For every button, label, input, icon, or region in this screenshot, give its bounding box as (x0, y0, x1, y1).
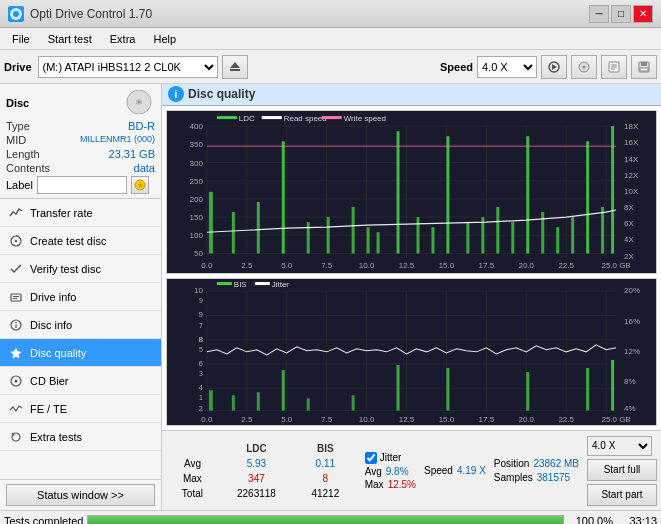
speed-dropdown[interactable]: 4.0 X 1.0 X 2.0 X 8.0 X (587, 436, 652, 456)
svg-text:8: 8 (198, 334, 203, 343)
jitter-max-label: Max (365, 479, 384, 490)
sidebar-item-disc-info[interactable]: Disc info (0, 311, 161, 339)
svg-text:8%: 8% (624, 377, 636, 386)
sidebar-item-drive-info[interactable]: Drive info (0, 283, 161, 311)
svg-text:350: 350 (190, 140, 204, 149)
status-time: 33:13 (617, 515, 657, 525)
extra-tests-icon (8, 429, 24, 445)
sidebar-item-extra-tests[interactable]: Extra tests (0, 423, 161, 451)
sidebar-item-create-test-disc[interactable]: Create test disc (0, 227, 161, 255)
svg-text:4: 4 (198, 383, 203, 392)
svg-rect-138 (526, 372, 529, 410)
samples-label: Samples (494, 472, 533, 483)
bis-chart-svg: 10 9 8 8 6 4 2 9 7 5 3 1 20% (167, 279, 656, 426)
svg-point-1 (13, 11, 19, 17)
stats-avg-row: Avg 5.93 0.11 (168, 457, 355, 470)
menu-start-test[interactable]: Start test (40, 31, 100, 47)
sidebar-item-transfer-rate[interactable]: Transfer rate (0, 199, 161, 227)
left-nav: Transfer rate Create test disc Verify te… (0, 199, 161, 479)
right-panel: i Disc quality (162, 84, 661, 510)
speed-select[interactable]: 4.0 X 1.0 X 2.0 X 8.0 X (477, 56, 537, 78)
svg-rect-59 (327, 217, 330, 253)
progress-bar (87, 515, 564, 525)
svg-text:20.0: 20.0 (519, 260, 535, 269)
menu-extra[interactable]: Extra (102, 31, 144, 47)
svg-text:12X: 12X (624, 171, 639, 180)
disc-header: Disc (6, 90, 155, 116)
position-value: 23862 MB (533, 458, 579, 469)
svg-text:150: 150 (190, 213, 204, 222)
drive-label: Drive (4, 61, 32, 73)
svg-rect-14 (640, 68, 648, 71)
drive-select[interactable]: (M:) ATAPI iHBS112 2 CL0K (38, 56, 218, 78)
svg-text:17.5: 17.5 (479, 414, 495, 423)
svg-text:10.0: 10.0 (359, 414, 375, 423)
svg-text:4X: 4X (624, 235, 634, 244)
toolbar-btn4[interactable] (631, 55, 657, 79)
svg-rect-64 (416, 217, 419, 253)
svg-text:0.0: 0.0 (201, 414, 213, 423)
status-window-button[interactable]: Status window >> (6, 484, 155, 506)
svg-text:3: 3 (199, 370, 203, 377)
toolbar-btn3[interactable] (601, 55, 627, 79)
svg-text:16X: 16X (624, 138, 639, 147)
window-controls: ─ □ ✕ (589, 5, 653, 23)
svg-text:5.0: 5.0 (281, 260, 293, 269)
svg-rect-63 (397, 131, 400, 253)
svg-rect-171 (255, 282, 270, 285)
svg-rect-54 (209, 192, 213, 254)
start-full-button[interactable]: Start full (587, 459, 657, 481)
svg-text:2.5: 2.5 (241, 260, 253, 269)
svg-text:BIS: BIS (234, 280, 247, 289)
toolbar-btn2[interactable] (571, 55, 597, 79)
disc-section: Disc Type BD-R MID MILLENMR1 (000) Leng (0, 84, 161, 199)
disc-mid-value: MILLENMR1 (000) (80, 134, 155, 146)
svg-point-27 (15, 321, 17, 323)
svg-rect-60 (352, 207, 355, 253)
sidebar-item-label: Extra tests (30, 431, 82, 443)
close-button[interactable]: ✕ (633, 5, 653, 23)
svg-text:Write speed: Write speed (344, 114, 386, 123)
svg-rect-66 (446, 136, 449, 253)
samples-value: 381575 (537, 472, 570, 483)
sidebar-item-verify-test-disc[interactable]: Verify test disc (0, 255, 161, 283)
jitter-checkbox[interactable] (365, 452, 377, 464)
toolbar-btn1[interactable] (541, 55, 567, 79)
svg-rect-76 (601, 207, 604, 253)
sidebar-item-cd-bier[interactable]: CD Bier (0, 367, 161, 395)
svg-rect-23 (11, 294, 21, 301)
jitter-checkbox-row: Jitter (365, 452, 416, 464)
disc-quality-header-icon: i (168, 86, 184, 102)
sidebar-item-disc-quality[interactable]: Disc quality (0, 339, 161, 367)
svg-text:22.5: 22.5 (558, 260, 574, 269)
svg-text:9: 9 (198, 310, 203, 319)
svg-rect-135 (352, 395, 355, 410)
maximize-button[interactable]: □ (611, 5, 631, 23)
menu-file[interactable]: File (4, 31, 38, 47)
minimize-button[interactable]: ─ (589, 5, 609, 23)
svg-rect-24 (13, 296, 19, 297)
menu-help[interactable]: Help (145, 31, 184, 47)
svg-text:14X: 14X (624, 154, 639, 163)
toolbar: Drive (M:) ATAPI iHBS112 2 CL0K Speed 4.… (0, 50, 661, 84)
svg-text:10: 10 (194, 286, 203, 295)
stats-max-row: Max 347 8 (168, 472, 355, 485)
sidebar-item-label: Disc info (30, 319, 72, 331)
start-part-button[interactable]: Start part (587, 484, 657, 506)
svg-marker-5 (552, 64, 557, 70)
svg-rect-58 (307, 222, 310, 253)
svg-text:250: 250 (190, 177, 204, 186)
drive-info-icon (8, 289, 24, 305)
svg-text:12.5: 12.5 (399, 414, 415, 423)
eject-button[interactable] (222, 55, 248, 79)
sidebar-item-fe-te[interactable]: FE / TE (0, 395, 161, 423)
disc-label-btn[interactable]: ★ (131, 176, 149, 194)
left-panel: Disc Type BD-R MID MILLENMR1 (000) Leng (0, 84, 162, 510)
jitter-avg-label: Avg (365, 466, 382, 477)
app-icon (8, 6, 24, 22)
svg-rect-131 (232, 395, 235, 410)
jitter-avg-row: Avg 9.8% (365, 466, 416, 477)
disc-label-input[interactable] (37, 176, 127, 194)
svg-text:6: 6 (198, 359, 203, 368)
svg-rect-137 (446, 368, 449, 410)
